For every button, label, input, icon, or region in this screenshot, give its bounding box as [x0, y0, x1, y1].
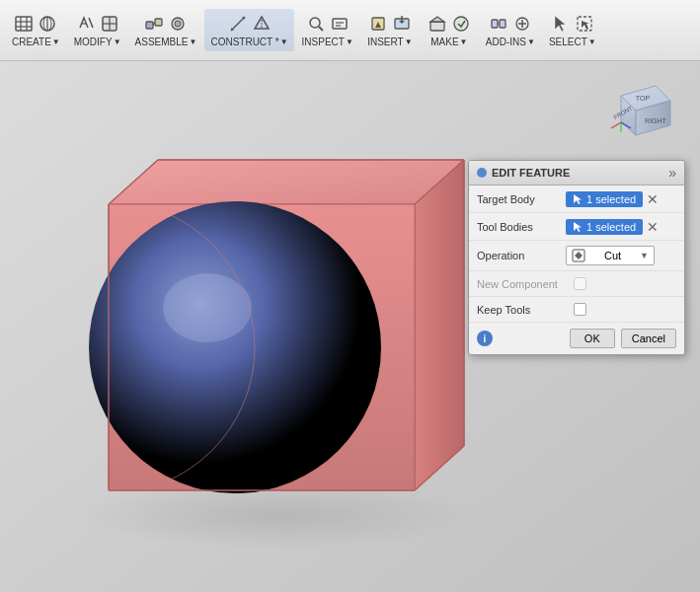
- edit-feature-panel: EDIT FEATURE » Target Body 1 selected ✕ …: [468, 160, 685, 355]
- new-component-checkbox[interactable]: [574, 277, 586, 290]
- cancel-button[interactable]: Cancel: [621, 329, 676, 348]
- select-icon: [551, 14, 571, 34]
- svg-text:TOP: TOP: [636, 95, 651, 102]
- inspect-icon2: [330, 14, 350, 34]
- svg-rect-13: [146, 22, 153, 29]
- toolbar-create[interactable]: CREATE ▼: [6, 9, 66, 51]
- inspect-label: INSPECT ▼: [302, 37, 353, 47]
- svg-line-67: [611, 122, 621, 128]
- ok-button[interactable]: OK: [570, 329, 615, 348]
- panel-footer: i OK Cancel: [469, 323, 684, 354]
- construct-icon: [228, 14, 248, 34]
- construct-label: CONSTRUCT * ▼: [210, 37, 287, 47]
- svg-line-9: [89, 18, 93, 28]
- tool-bodies-row: Tool Bodies 1 selected ✕: [469, 213, 684, 241]
- panel-expand-button[interactable]: »: [668, 165, 676, 181]
- operation-dropdown[interactable]: Cut ▼: [566, 246, 655, 265]
- keep-tools-checkbox[interactable]: [574, 303, 586, 316]
- modify-icon: [76, 14, 96, 34]
- make-icon2: [451, 14, 471, 34]
- tool-bodies-clear[interactable]: ✕: [647, 220, 659, 234]
- new-component-label: New Component: [477, 278, 566, 290]
- svg-point-35: [454, 17, 468, 31]
- dropdown-arrow: ▼: [640, 251, 649, 260]
- make-icon: [428, 14, 447, 34]
- new-component-row: New Component: [469, 271, 684, 297]
- operation-icon: [572, 249, 585, 262]
- panel-icon: [477, 168, 487, 178]
- create-label: CREATE ▼: [12, 37, 60, 47]
- svg-point-51: [89, 201, 381, 493]
- create-icon2: [38, 14, 57, 34]
- target-body-row: Target Body 1 selected ✕: [469, 185, 684, 213]
- target-body-clear[interactable]: ✕: [647, 192, 659, 206]
- toolbar-add-ins[interactable]: ADD-INS ▼: [480, 9, 541, 51]
- toolbar: CREATE ▼ MODIFY ▼: [0, 0, 700, 61]
- canvas-area[interactable]: TOP FRONT RIGHT EDIT FEATURE » Target Bo…: [0, 61, 700, 592]
- insert-label: INSERT ▼: [367, 37, 412, 47]
- tool-bodies-label: Tool Bodies: [477, 221, 566, 233]
- svg-marker-71: [574, 222, 582, 232]
- target-body-label: Target Body: [477, 193, 566, 205]
- svg-marker-44: [582, 21, 589, 30]
- toolbar-insert[interactable]: INSERT ▼: [361, 9, 419, 51]
- svg-line-24: [319, 27, 323, 31]
- cursor-icon2: [573, 221, 583, 233]
- toolbar-assemble[interactable]: ASSEMBLE ▼: [129, 9, 203, 51]
- toolbar-modify[interactable]: MODIFY ▼: [68, 9, 127, 51]
- assemble-icon: [144, 14, 164, 34]
- svg-marker-48: [109, 160, 464, 204]
- svg-rect-36: [492, 20, 498, 28]
- svg-text:RIGHT: RIGHT: [645, 117, 667, 124]
- panel-buttons: OK Cancel: [570, 329, 676, 348]
- panel-title: EDIT FEATURE: [477, 167, 570, 179]
- assemble-label: ASSEMBLE ▼: [135, 37, 197, 47]
- select-label: SELECT ▼: [549, 37, 596, 47]
- target-body-content: 1 selected ✕: [566, 191, 676, 207]
- svg-rect-25: [333, 19, 347, 29]
- add-ins-icon: [489, 14, 508, 34]
- assemble-icon2: [168, 14, 188, 34]
- toolbar-construct[interactable]: CONSTRUCT * ▼: [204, 9, 293, 51]
- inspect-icon: [306, 14, 326, 34]
- svg-rect-37: [500, 20, 506, 28]
- operation-content: Cut ▼: [566, 246, 676, 265]
- insert-icon: [368, 14, 388, 34]
- svg-marker-49: [415, 160, 464, 490]
- view-cube[interactable]: TOP FRONT RIGHT: [606, 71, 685, 150]
- svg-rect-14: [155, 19, 162, 26]
- svg-marker-42: [555, 16, 566, 32]
- toolbar-make[interactable]: MAKE ▼: [421, 9, 478, 51]
- target-body-badge[interactable]: 1 selected: [566, 191, 643, 207]
- svg-point-23: [310, 18, 320, 28]
- operation-label: Operation: [477, 250, 566, 261]
- svg-line-18: [231, 17, 245, 31]
- panel-header[interactable]: EDIT FEATURE »: [469, 161, 684, 185]
- svg-point-52: [163, 273, 252, 342]
- add-ins-icon2: [512, 14, 532, 34]
- tool-bodies-content: 1 selected ✕: [566, 219, 676, 235]
- select-icon2: [575, 14, 594, 34]
- create-icon: [14, 14, 34, 34]
- svg-rect-0: [16, 17, 32, 31]
- modify-label: MODIFY ▼: [74, 37, 121, 47]
- keep-tools-row: Keep Tools: [469, 297, 684, 323]
- construct-icon2: [252, 14, 272, 34]
- insert-icon2: [392, 14, 412, 34]
- svg-marker-34: [430, 17, 444, 22]
- modify-icon2: [100, 14, 119, 34]
- cursor-icon: [573, 193, 583, 205]
- make-label: MAKE ▼: [430, 37, 467, 47]
- svg-rect-33: [430, 22, 444, 31]
- svg-marker-70: [574, 194, 582, 204]
- add-ins-label: ADD-INS ▼: [486, 37, 535, 47]
- svg-point-17: [175, 21, 181, 27]
- operation-row: Operation Cut ▼: [469, 241, 684, 271]
- toolbar-select[interactable]: SELECT ▼: [543, 9, 602, 51]
- info-button[interactable]: i: [477, 331, 493, 346]
- keep-tools-label: Keep Tools: [477, 304, 566, 316]
- toolbar-inspect[interactable]: INSPECT ▼: [296, 9, 359, 51]
- tool-bodies-badge[interactable]: 1 selected: [566, 219, 643, 235]
